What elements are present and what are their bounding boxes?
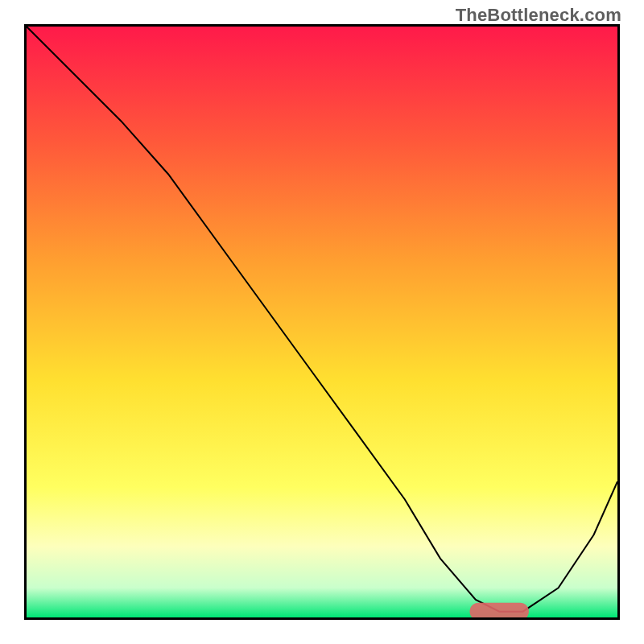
chart-svg <box>27 27 617 617</box>
stage: TheBottleneck.com <box>0 0 644 644</box>
sweet-spot-marker <box>470 603 529 617</box>
watermark-text: TheBottleneck.com <box>456 5 621 26</box>
chart-frame <box>24 24 620 620</box>
